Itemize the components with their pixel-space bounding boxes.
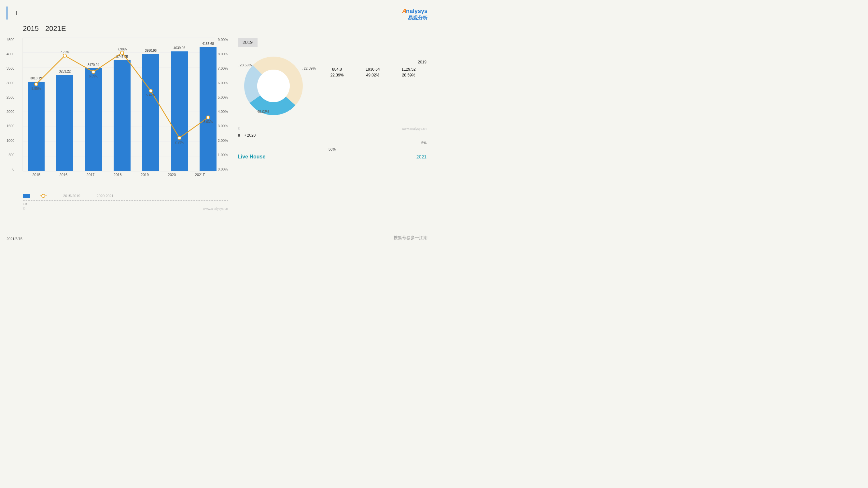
live-house-text: Live House [238, 154, 265, 160]
bar-2015 [28, 82, 44, 171]
bar-2019 [142, 54, 159, 171]
legend-period-note2: 2020 2021 [97, 194, 114, 198]
right-info: 2019 884.8 1936.64 1129.52 22.39% 49.02%… [319, 50, 427, 122]
donut-dot: · [267, 105, 268, 109]
point-2019 [149, 89, 152, 92]
legend-line-icon [40, 196, 47, 196]
logo-chinese: 易观分析 [408, 15, 428, 21]
y-label-3000: 3000 [6, 81, 14, 85]
y-label-1500: 1500 [6, 124, 14, 128]
page-source-tag: 搜狐号@参一江湖 [394, 235, 428, 241]
header-left: + [6, 6, 19, 20]
x-label-2015: 2015 [32, 173, 40, 177]
legend: 2015-2019 2020 2021 [23, 194, 228, 198]
legend-bar-icon [23, 194, 30, 198]
footer-website: www.analysys.cn [203, 207, 228, 210]
x-label-2018: 2018 [114, 173, 121, 177]
page-container: + ᴀnalysys 易观分析 2015 2021E 4500 4000 350… [0, 0, 434, 244]
pct-row: 5% [238, 141, 427, 145]
pct-5: 5% [421, 141, 427, 145]
y-label-3500: 3500 [6, 66, 14, 70]
right-top: , 28.59% , 22.39% 49.02% · 2019 884.8 19… [238, 50, 427, 122]
table-year-header: 2019 [319, 60, 427, 64]
footer-bottom: © www.analysys.cn [23, 207, 228, 210]
source-tag-text: 搜狐号@参一江湖 [394, 235, 428, 240]
note-2020-text: • 2020 [245, 133, 255, 138]
y-label-500: 500 [8, 153, 14, 157]
donut-label-bottom: 49.02% [257, 110, 269, 113]
y2-label-2: 2.00% [218, 139, 228, 142]
bar-2017 [85, 68, 102, 171]
svg-text:4185.68: 4185.68 [202, 42, 214, 45]
y2-label-4: 4.00% [218, 110, 228, 113]
pct-50-row: 50% [238, 148, 427, 151]
table-cell-1129: 1129.52 [396, 67, 422, 72]
table-cell-49pct: 49.02% [360, 73, 386, 77]
donut-wrapper: , 28.59% , 22.39% 49.02% · [238, 50, 313, 122]
year-2021-text: 2021 [416, 154, 427, 159]
x-label-2020: 2020 [168, 173, 176, 177]
right-title: 2019 [243, 40, 253, 45]
point-2020 [178, 136, 181, 139]
footer-ok: OK [23, 202, 27, 206]
header: + ᴀnalysys 易观分析 [6, 6, 428, 21]
right-website: www.analysys.cn [402, 127, 427, 130]
svg-text:7.98%: 7.98% [118, 47, 127, 51]
logo-brand: ᴀnalysys [402, 6, 428, 15]
y2-label-6: 6.00% [218, 81, 228, 85]
year-start-label: 2015 [23, 24, 39, 33]
donut-label-left: , 28.59% [238, 63, 252, 67]
bar-2020 [171, 52, 188, 171]
chart-inner: 4500 4000 3500 3000 2500 2000 1500 1000 … [6, 38, 228, 181]
legend-line-item [40, 196, 47, 196]
svg-text:3950.96: 3950.96 [145, 49, 157, 53]
page-footer: 2021/6/15 [6, 237, 23, 241]
y-label-0: 0 [12, 167, 14, 171]
svg-text:5.42%: 5.42% [146, 93, 155, 97]
table-row-values: 884.8 1936.64 1129.52 [319, 67, 427, 72]
svg-text:3.63%: 3.63% [204, 120, 213, 124]
pct-50: 50% [329, 148, 336, 151]
x-label-2019: 2019 [141, 173, 149, 177]
x-axis: 2015 2016 2017 2018 2019 2020 2021E [23, 173, 215, 177]
point-2016 [63, 54, 66, 57]
right-panel: 2019 [238, 38, 427, 226]
live-house-row: Live House 2021 [238, 154, 427, 160]
point-2017 [92, 70, 95, 73]
right-bottom: • 2020 5% 50% Live House 2021 [238, 133, 427, 160]
plus-icon: + [14, 8, 19, 18]
left-chart: 4500 4000 3500 3000 2500 2000 1500 1000 … [6, 38, 228, 226]
x-label-2017: 2017 [87, 173, 94, 177]
legend-period-note: 2015-2019 [63, 194, 81, 198]
svg-text:4039.06: 4039.06 [174, 46, 186, 50]
y2-label-5: 5.00% [218, 95, 228, 99]
svg-text:6.69%: 6.69% [89, 74, 98, 78]
right-copyright: © [238, 127, 240, 130]
y2-label-1: 1.00% [218, 153, 228, 157]
table-cell-1936: 1936.64 [360, 67, 386, 72]
donut-svg [238, 50, 309, 122]
bar-2016 [56, 75, 73, 171]
svg-text:5.85%: 5.85% [32, 87, 41, 91]
logo-area: ᴀnalysys 易观分析 [402, 6, 428, 21]
point-2015 [34, 83, 38, 86]
y-axis: 4500 4000 3500 3000 2500 2000 1500 1000 … [6, 38, 16, 171]
donut-label-right: , 22.39% [302, 66, 316, 70]
svg-text:2.23%: 2.23% [175, 140, 184, 144]
svg-text:3470.94: 3470.94 [88, 63, 100, 67]
main-content: 4500 4000 3500 3000 2500 2000 1500 1000 … [6, 38, 428, 226]
footer-copyright: © [23, 207, 25, 210]
y-label-2000: 2000 [6, 110, 14, 113]
bar-2018 [114, 60, 130, 171]
note-2020-row: • 2020 [238, 133, 427, 138]
y-label-4500: 4500 [6, 38, 14, 42]
right-footer-row: © www.analysys.cn [238, 127, 427, 130]
y2-label-3: 3.00% [218, 124, 228, 128]
svg-text:7.79%: 7.79% [60, 51, 69, 54]
x-label-2016: 2016 [60, 173, 67, 177]
table-row-pcts: 22.39% 49.02% 28.59% [319, 73, 427, 77]
y2-axis: 9.00% 8.00% 7.00% 6.00% 5.00% 4.00% 3.00… [216, 38, 228, 171]
y2-label-8: 8.00% [218, 52, 228, 56]
chart-container: 4500 4000 3500 3000 2500 2000 1500 1000 … [6, 38, 228, 187]
table-cell-22pct: 22.39% [324, 73, 350, 77]
